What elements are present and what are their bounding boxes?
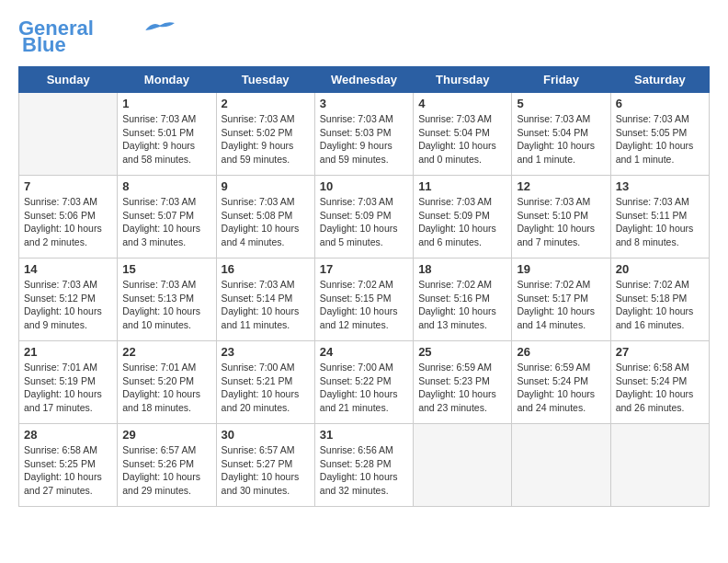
calendar-cell xyxy=(610,424,709,507)
calendar-cell: 28Sunrise: 6:58 AMSunset: 5:25 PMDayligh… xyxy=(19,424,118,507)
calendar-cell: 25Sunrise: 6:59 AMSunset: 5:23 PMDayligh… xyxy=(414,341,512,424)
day-info-line: Sunset: 5:12 PM xyxy=(24,293,96,304)
day-info-line: Sunrise: 6:59 AM xyxy=(517,362,590,373)
day-number: 3 xyxy=(320,97,408,110)
day-info-line: Sunset: 5:06 PM xyxy=(24,210,96,221)
calendar-cell: 17Sunrise: 7:02 AMSunset: 5:15 PMDayligh… xyxy=(314,259,413,341)
day-info-line: Sunrise: 7:01 AM xyxy=(24,362,97,373)
day-info: Sunrise: 7:03 AMSunset: 5:02 PMDaylight:… xyxy=(222,112,310,167)
day-number: 2 xyxy=(222,97,310,110)
day-info-line: Sunset: 5:19 PM xyxy=(24,375,96,386)
calendar-cell: 15Sunrise: 7:03 AMSunset: 5:13 PMDayligh… xyxy=(118,259,216,341)
day-info-line: Sunrise: 7:03 AM xyxy=(222,196,295,207)
day-number: 5 xyxy=(517,97,605,110)
day-info-line: Sunrise: 7:03 AM xyxy=(122,113,196,124)
day-info-line: Sunrise: 7:03 AM xyxy=(517,113,590,124)
day-info-line: Sunrise: 6:57 AM xyxy=(122,444,196,455)
day-info-line: Sunset: 5:09 PM xyxy=(320,210,392,221)
day-info-line: Sunset: 5:01 PM xyxy=(122,127,194,138)
day-info: Sunrise: 7:03 AMSunset: 5:04 PMDaylight:… xyxy=(418,112,506,167)
day-info-line: Daylight: 10 hours xyxy=(517,388,595,399)
weekday-header-monday: Monday xyxy=(118,67,216,93)
day-info-line: Sunset: 5:18 PM xyxy=(616,293,688,304)
day-info: Sunrise: 7:03 AMSunset: 5:08 PMDaylight:… xyxy=(222,195,310,249)
day-info-line: Sunrise: 7:03 AM xyxy=(320,113,393,124)
day-info: Sunrise: 7:03 AMSunset: 5:14 PMDaylight:… xyxy=(222,278,310,332)
page-header: General Blue xyxy=(18,18,710,57)
calendar-cell: 7Sunrise: 7:03 AMSunset: 5:06 PMDaylight… xyxy=(19,176,118,259)
calendar-cell: 13Sunrise: 7:03 AMSunset: 5:11 PMDayligh… xyxy=(610,176,709,259)
day-info-line: Daylight: 10 hours xyxy=(122,471,200,482)
day-info-line: Daylight: 10 hours xyxy=(24,305,102,316)
weekday-header-sunday: Sunday xyxy=(19,67,118,93)
calendar-cell: 20Sunrise: 7:02 AMSunset: 5:18 PMDayligh… xyxy=(610,259,709,341)
day-info-line: Sunrise: 7:03 AM xyxy=(122,196,196,207)
week-row-4: 21Sunrise: 7:01 AMSunset: 5:19 PMDayligh… xyxy=(19,341,710,424)
day-info-line: Sunrise: 6:56 AM xyxy=(320,444,393,455)
day-info-line: Sunset: 5:10 PM xyxy=(517,210,588,221)
day-info: Sunrise: 7:03 AMSunset: 5:06 PMDaylight:… xyxy=(24,195,112,249)
week-row-5: 28Sunrise: 6:58 AMSunset: 5:25 PMDayligh… xyxy=(19,424,710,507)
day-info-line: Sunset: 5:27 PM xyxy=(222,458,293,469)
day-info-line: and 24 minutes. xyxy=(517,402,586,413)
day-info-line: Sunrise: 7:01 AM xyxy=(122,362,196,373)
day-info-line: Sunrise: 7:02 AM xyxy=(418,279,492,290)
day-info: Sunrise: 7:03 AMSunset: 5:13 PMDaylight:… xyxy=(122,278,210,332)
day-number: 28 xyxy=(24,428,112,442)
calendar-cell: 16Sunrise: 7:03 AMSunset: 5:14 PMDayligh… xyxy=(216,259,314,341)
day-info-line: and 13 minutes. xyxy=(418,319,487,330)
day-info: Sunrise: 6:57 AMSunset: 5:27 PMDaylight:… xyxy=(222,443,310,498)
day-info: Sunrise: 7:02 AMSunset: 5:18 PMDaylight:… xyxy=(616,278,704,332)
day-info-line: Sunrise: 7:00 AM xyxy=(222,362,295,373)
day-info: Sunrise: 6:58 AMSunset: 5:25 PMDaylight:… xyxy=(24,443,112,498)
day-info-line: Sunset: 5:09 PM xyxy=(418,210,490,221)
day-number: 27 xyxy=(616,345,704,359)
day-info-line: and 9 minutes. xyxy=(24,319,87,330)
day-number: 1 xyxy=(122,97,210,110)
day-info: Sunrise: 7:02 AMSunset: 5:17 PMDaylight:… xyxy=(517,278,605,332)
day-info-line: and 59 minutes. xyxy=(222,154,290,165)
day-info-line: Sunset: 5:02 PM xyxy=(222,127,293,138)
day-number: 29 xyxy=(122,428,210,442)
day-info: Sunrise: 7:03 AMSunset: 5:10 PMDaylight:… xyxy=(517,195,605,249)
day-info-line: Sunrise: 7:02 AM xyxy=(320,279,393,290)
day-info-line: Sunset: 5:24 PM xyxy=(517,375,588,386)
day-info-line: and 8 minutes. xyxy=(616,236,679,247)
day-info-line: Daylight: 10 hours xyxy=(320,388,398,399)
day-info-line: and 11 minutes. xyxy=(222,319,290,330)
day-info-line: and 17 minutes. xyxy=(24,402,93,413)
day-info-line: Sunrise: 6:58 AM xyxy=(24,444,97,455)
calendar-cell xyxy=(19,93,118,176)
day-info: Sunrise: 6:56 AMSunset: 5:28 PMDaylight:… xyxy=(320,443,408,498)
weekday-header-saturday: Saturday xyxy=(610,67,709,93)
day-info-line: and 59 minutes. xyxy=(320,154,389,165)
day-number: 21 xyxy=(24,345,112,359)
day-info-line: Daylight: 10 hours xyxy=(418,140,496,151)
day-info-line: Sunset: 5:24 PM xyxy=(616,375,688,386)
logo: General Blue xyxy=(18,18,178,57)
calendar-cell: 10Sunrise: 7:03 AMSunset: 5:09 PMDayligh… xyxy=(314,176,413,259)
day-info: Sunrise: 7:03 AMSunset: 5:05 PMDaylight:… xyxy=(616,112,704,167)
day-info-line: Daylight: 10 hours xyxy=(616,305,694,316)
day-number: 23 xyxy=(222,345,310,359)
day-info: Sunrise: 7:03 AMSunset: 5:11 PMDaylight:… xyxy=(616,195,704,249)
day-number: 17 xyxy=(320,262,408,276)
day-info-line: and 18 minutes. xyxy=(122,402,191,413)
day-info-line: and 26 minutes. xyxy=(616,402,685,413)
calendar-cell: 19Sunrise: 7:02 AMSunset: 5:17 PMDayligh… xyxy=(512,259,610,341)
day-info-line: Sunset: 5:26 PM xyxy=(122,458,194,469)
day-info-line: Sunset: 5:25 PM xyxy=(24,458,96,469)
logo-blue: Blue xyxy=(22,33,66,57)
calendar-cell: 8Sunrise: 7:03 AMSunset: 5:07 PMDaylight… xyxy=(118,176,216,259)
day-info-line: Sunset: 5:13 PM xyxy=(122,293,194,304)
day-info: Sunrise: 7:03 AMSunset: 5:01 PMDaylight:… xyxy=(122,112,210,167)
day-info-line: Daylight: 9 hours xyxy=(320,140,392,151)
calendar-cell: 29Sunrise: 6:57 AMSunset: 5:26 PMDayligh… xyxy=(118,424,216,507)
day-number: 14 xyxy=(24,262,112,276)
day-number: 12 xyxy=(517,179,605,193)
calendar-cell: 21Sunrise: 7:01 AMSunset: 5:19 PMDayligh… xyxy=(19,341,118,424)
day-info: Sunrise: 6:59 AMSunset: 5:23 PMDaylight:… xyxy=(418,361,506,415)
weekday-header-row: SundayMondayTuesdayWednesdayThursdayFrid… xyxy=(19,67,710,93)
day-info-line: and 1 minute. xyxy=(517,154,575,165)
day-info-line: and 20 minutes. xyxy=(222,402,290,413)
